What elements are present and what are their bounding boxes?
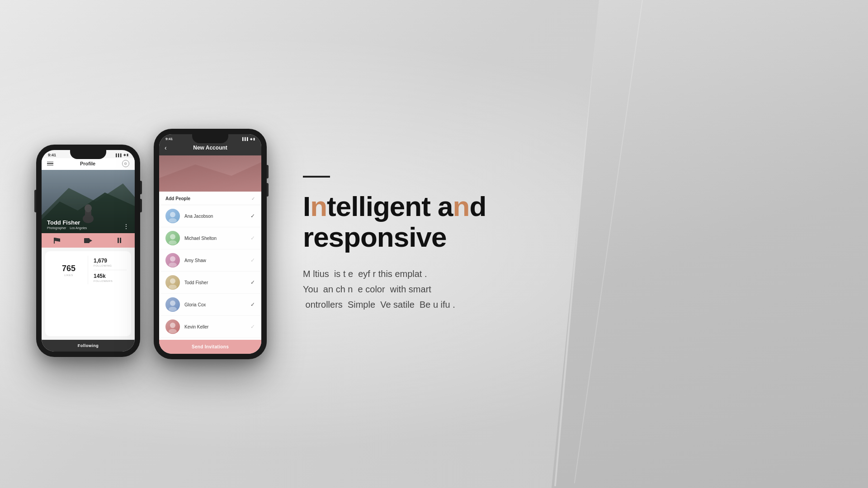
pause-action-icon[interactable] — [115, 237, 124, 244]
svg-point-18 — [170, 256, 175, 262]
list-item[interactable]: Ana Jacobson✓ — [159, 205, 261, 227]
video-action-icon[interactable] — [84, 237, 93, 244]
add-people-label: Add People — [165, 196, 190, 201]
people-list-container: Ana Jacobson✓ Michael Shelton✓ Amy Shaw✓… — [159, 205, 261, 338]
person-name: Todd Fisher — [184, 280, 250, 285]
profile-info-overlay: Todd Fisher Photographer Los Angeles ⋮ — [47, 219, 129, 230]
person-checkmark: ✓ — [250, 235, 255, 241]
wifi-icon: ◈ — [123, 153, 126, 157]
account-title: New Account — [193, 145, 227, 151]
avatar — [165, 319, 180, 334]
profile-screen: 9:41 ▌▌▌ ◈ ▮ Profile ⚙ — [42, 150, 135, 352]
person-name: Michael Shelton — [184, 236, 250, 241]
phone-2-vol-up — [267, 165, 269, 178]
back-button[interactable]: ‹ — [165, 144, 167, 151]
following-button[interactable]: Following — [42, 340, 135, 352]
people-list: Add People ✓ Ana Jacobson✓ Michael Shelt… — [159, 192, 261, 340]
subtext-line3: ontrollers Simple Ve satile Be u ifu . — [303, 300, 455, 310]
profile-name-block: Todd Fisher Photographer Los Angeles — [47, 219, 87, 230]
account-screen: 9:41 ▌▌▌ ◈ ▮ ‹ New Account — [159, 134, 261, 354]
signal-icon: ▌▌▌ — [116, 154, 123, 157]
phone-1-vol-down — [140, 199, 142, 212]
followers-number: 145k — [94, 273, 127, 279]
profile-title: Profile — [80, 161, 95, 166]
avatar — [165, 297, 180, 312]
svg-point-19 — [169, 263, 177, 267]
phone-2-vol-down — [267, 183, 269, 197]
text-section: Intelligent and responsive M ltius is t … — [267, 176, 868, 312]
followers-stat: 145k FOLLOWERS — [94, 273, 127, 282]
phone-1-side-button — [34, 190, 36, 212]
avatar — [165, 275, 180, 290]
profile-job: Photographer Los Angeles — [47, 226, 87, 230]
more-dots-icon[interactable]: ⋮ — [123, 223, 129, 230]
list-item[interactable]: Kevin Keller✓ — [159, 316, 261, 338]
followers-label: FOLLOWERS — [94, 280, 127, 282]
avatar — [165, 253, 180, 267]
subtext: M ltius is t e eyf r this emplat . You a… — [303, 266, 538, 312]
person-name: Ana Jacobson — [184, 214, 250, 219]
person-checkmark: ✓ — [250, 301, 255, 308]
action-bar — [42, 233, 135, 248]
phone-1: 9:41 ▌▌▌ ◈ ▮ Profile ⚙ — [36, 145, 140, 357]
phone-2-screen: 9:41 ▌▌▌ ◈ ▮ ‹ New Account — [159, 134, 261, 354]
person-checkmark: ✓ — [250, 213, 255, 219]
phone-2-time: 9:41 — [165, 137, 173, 141]
list-item[interactable]: Amy Shaw✓ — [159, 249, 261, 272]
main-content: 9:41 ▌▌▌ ◈ ▮ Profile ⚙ — [0, 0, 868, 488]
right-stats: 1,679 FOLLOWING 145k FOLLOWERS — [88, 256, 127, 284]
profile-header: Profile ⚙ — [42, 158, 135, 170]
svg-point-20 — [170, 278, 175, 284]
svg-point-25 — [169, 329, 177, 333]
settings-icon[interactable]: ⚙ — [122, 160, 129, 167]
svg-point-17 — [169, 240, 177, 245]
person-name: Kevin Keller — [184, 324, 250, 329]
list-item[interactable]: Todd Fisher✓ — [159, 272, 261, 294]
phone-1-vol-up — [140, 181, 142, 194]
headline-rest: telligent a — [327, 191, 453, 222]
svg-point-23 — [169, 307, 177, 311]
subtext-line1: M ltius is t e eyf r this emplat . — [303, 269, 427, 279]
phones-container: 9:41 ▌▌▌ ◈ ▮ Profile ⚙ — [36, 129, 267, 359]
send-invitations-button[interactable]: Send Invitations — [159, 340, 261, 354]
list-item[interactable]: Gloria Cox✓ — [159, 294, 261, 316]
headline-d: d — [469, 191, 486, 222]
account-hero — [159, 155, 261, 192]
stats-grid: 765 LIKES 1,679 FOLLOWING 145k — [50, 256, 127, 284]
svg-point-16 — [170, 234, 175, 239]
stats-section: 765 LIKES 1,679 FOLLOWING 145k — [45, 251, 131, 336]
likes-number: 765 — [62, 264, 75, 273]
headline-line2: responsive — [303, 221, 446, 253]
signal-icon-2: ▌▌▌ — [242, 137, 249, 141]
svg-marker-12 — [159, 162, 261, 192]
headline-i: I — [303, 191, 310, 222]
add-people-header: Add People ✓ — [159, 192, 261, 205]
svg-rect-13 — [159, 155, 261, 192]
svg-marker-10 — [90, 239, 92, 242]
subtext-line2: You an ch n e color with smart — [303, 284, 431, 294]
phone-1-status-icons: ▌▌▌ ◈ ▮ — [116, 153, 128, 157]
svg-rect-9 — [84, 238, 90, 243]
svg-point-21 — [169, 285, 177, 289]
person-checkmark: ✓ — [250, 324, 255, 330]
likes-label: LIKES — [64, 274, 73, 277]
person-name: Gloria Cox — [184, 302, 250, 307]
add-people-checkmark: ✓ — [251, 196, 255, 201]
list-item[interactable]: Michael Shelton✓ — [159, 227, 261, 249]
person-checkmark: ✓ — [250, 257, 255, 263]
profile-name: Todd Fisher — [47, 219, 87, 226]
hamburger-icon[interactable] — [47, 162, 53, 166]
battery-icon-2: ▮ — [253, 137, 255, 141]
phone-1-time: 9:41 — [48, 153, 56, 157]
headline-accent: n — [310, 191, 327, 222]
svg-rect-11 — [159, 155, 261, 192]
stat-divider — [94, 270, 127, 270]
svg-point-22 — [170, 300, 175, 306]
following-label: FOLLOWING — [94, 264, 127, 267]
profile-hero: Todd Fisher Photographer Los Angeles ⋮ — [42, 170, 135, 233]
svg-point-6 — [85, 204, 92, 212]
svg-point-15 — [169, 218, 177, 223]
battery-icon: ▮ — [127, 153, 128, 157]
person-checkmark: ✓ — [250, 279, 255, 286]
flag-action-icon[interactable] — [52, 237, 61, 244]
